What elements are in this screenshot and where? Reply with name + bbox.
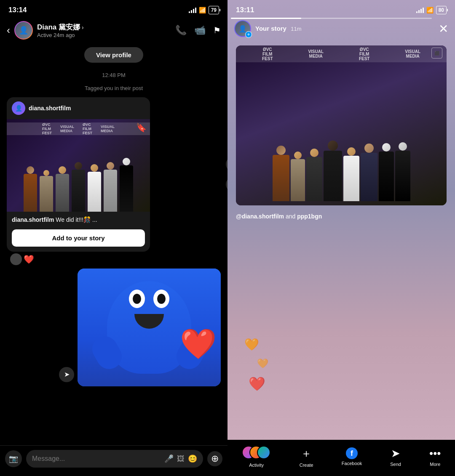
post-image: ØVCFILMFEST VISUALMEDIA ØVCFILMFEST VISU… bbox=[7, 119, 150, 212]
wifi-icon: 📶 bbox=[199, 7, 206, 13]
message-input[interactable] bbox=[32, 455, 161, 463]
story-close-button[interactable]: ✕ bbox=[439, 22, 448, 36]
story-image: ØVCFILMFEST VISUALMEDIA ØVCFILMFEST VISU… bbox=[236, 45, 447, 205]
reactor-avatar bbox=[10, 253, 22, 265]
status-bar-left: 13:14 📶 79 bbox=[0, 0, 228, 18]
story-person-8 bbox=[395, 142, 410, 201]
story-person-7 bbox=[379, 143, 394, 201]
story-mention-2[interactable]: ppp1bgn bbox=[297, 213, 322, 220]
story-caption: @diana.shortfilm and ppp1bgn bbox=[228, 210, 455, 223]
story-person-2 bbox=[291, 152, 305, 201]
activity-avatars bbox=[242, 446, 271, 461]
more-label: More bbox=[430, 462, 440, 467]
monster-eyes bbox=[129, 290, 169, 308]
sticker-icon[interactable]: 😊 bbox=[188, 454, 197, 463]
story-owner: Your story bbox=[255, 25, 286, 32]
activity-avatar-3 bbox=[257, 446, 270, 459]
chat-content: View profile 12:48 PM Tagged you in thei… bbox=[0, 44, 228, 445]
avatar: 👤 bbox=[14, 21, 33, 40]
toolbar-activity[interactable]: Activity bbox=[242, 446, 271, 468]
story-person-4 bbox=[324, 141, 342, 201]
person-5 bbox=[87, 164, 102, 212]
send-icon: ➤ bbox=[391, 447, 400, 460]
photo-banner: ØVCFILMFEST VISUALMEDIA ØVCFILMFEST VISU… bbox=[7, 122, 150, 135]
right-status-icons: 📶 80 bbox=[416, 6, 447, 14]
cookie-monster-body: ❤️ bbox=[107, 281, 191, 374]
right-time: 13:11 bbox=[236, 6, 254, 14]
story-people-area bbox=[236, 62, 447, 205]
header-actions: 📞 📹 ⚑ bbox=[175, 25, 221, 36]
send-label: Send bbox=[390, 462, 401, 467]
logo-4: VISUALMEDIA bbox=[405, 49, 420, 59]
monster-mouth bbox=[134, 314, 164, 329]
flag-icon[interactable]: ⚑ bbox=[213, 25, 221, 35]
floating-hearts: 🧡 🧡 ❤️ bbox=[244, 338, 268, 392]
story-avatar[interactable]: 👤 + bbox=[234, 20, 251, 37]
avatar-inner: 👤 bbox=[15, 22, 32, 39]
add-to-story-button[interactable]: Add to your story bbox=[12, 229, 145, 247]
story-person-5 bbox=[343, 147, 359, 201]
more-icon: ••• bbox=[429, 447, 441, 460]
post-card-container: 👤 diana.shortfilm ØVCFILMFEST VISUALMEDI… bbox=[7, 97, 221, 252]
post-username[interactable]: diana.shortfilm bbox=[29, 105, 71, 112]
story-person-3 bbox=[306, 149, 322, 201]
phone-icon[interactable]: 📞 bbox=[175, 25, 187, 36]
story-photo-banner: ØVCFILMFEST VISUALMEDIA ØVCFILMFEST VISU… bbox=[236, 45, 447, 62]
contact-status: Active 24m ago bbox=[37, 32, 171, 38]
person-6 bbox=[103, 162, 118, 212]
create-label: Create bbox=[300, 463, 313, 468]
mic-icon[interactable]: 🎤 bbox=[164, 454, 174, 463]
bookmark-button[interactable]: 🔖 bbox=[136, 122, 147, 133]
person-1 bbox=[23, 166, 38, 212]
cookie-monster-image: ❤️ bbox=[78, 269, 221, 386]
create-icon: ＋ bbox=[301, 446, 312, 461]
input-bar: 📷 🎤 🖼 😊 ⊕ bbox=[0, 445, 228, 476]
right-signal-icon bbox=[416, 7, 424, 13]
add-button[interactable]: ⊕ bbox=[207, 451, 222, 466]
message-timestamp: 12:48 PM bbox=[7, 72, 221, 78]
person-4 bbox=[71, 162, 86, 212]
right-pupil bbox=[157, 294, 166, 304]
left-eye bbox=[129, 290, 145, 308]
activity-label: Activity bbox=[249, 463, 264, 468]
contact-name[interactable]: Diana 黛安娜 › bbox=[37, 22, 171, 32]
story-time: 11m bbox=[291, 26, 301, 32]
story-progress-bar bbox=[231, 18, 432, 19]
reaction-row: ❤️ bbox=[10, 253, 221, 265]
video-icon[interactable]: 📹 bbox=[194, 25, 206, 36]
signal-bars-icon bbox=[189, 7, 196, 13]
tagged-notice: Tagged you in their post bbox=[7, 85, 221, 91]
toolbar-facebook[interactable]: f Facebook bbox=[342, 447, 362, 466]
story-menu-icon: ⬛ bbox=[431, 48, 442, 59]
battery-left: 79 bbox=[209, 6, 219, 14]
post-card-header: 👤 diana.shortfilm bbox=[7, 97, 150, 119]
photo-people bbox=[7, 136, 150, 212]
group-photo-sim: ØVCFILMFEST VISUALMEDIA ØVCFILMFEST VISU… bbox=[7, 119, 150, 212]
right-eye bbox=[153, 290, 169, 308]
held-heart: ❤️ bbox=[180, 327, 217, 361]
add-icon: ⊕ bbox=[211, 453, 219, 464]
story-person-6 bbox=[361, 144, 377, 201]
back-button[interactable]: ‹ bbox=[7, 24, 10, 36]
person-2 bbox=[39, 170, 54, 212]
toolbar-create[interactable]: ＋ Create bbox=[300, 446, 313, 468]
heart-reaction: ❤️ bbox=[24, 254, 34, 264]
send-overlay-icon: ➤ bbox=[64, 370, 70, 378]
image-icon[interactable]: 🖼 bbox=[177, 455, 185, 463]
right-panel: 13:11 📶 80 👤 + Your story 11m ✕ ØVCFILMF… bbox=[228, 0, 455, 476]
header-info: Diana 黛安娜 › Active 24m ago bbox=[37, 22, 171, 38]
view-profile-button[interactable]: View profile bbox=[84, 47, 143, 63]
facebook-label: Facebook bbox=[342, 461, 362, 466]
image-send-button[interactable]: ➤ bbox=[59, 367, 74, 382]
name-chevron-icon: › bbox=[82, 24, 84, 31]
float-heart-2: 🧡 bbox=[257, 358, 268, 369]
toolbar-send[interactable]: ➤ Send bbox=[390, 447, 401, 467]
toolbar-more[interactable]: ••• More bbox=[429, 447, 441, 467]
chat-header: ‹ 👤 Diana 黛安娜 › Active 24m ago 📞 📹 ⚑ bbox=[0, 18, 228, 44]
story-header: 👤 + Your story 11m ✕ bbox=[228, 18, 455, 41]
camera-icon: 📷 bbox=[9, 454, 18, 463]
story-mention-1[interactable]: @diana.shortfilm bbox=[236, 213, 284, 220]
message-input-wrapper: 🎤 🖼 😊 bbox=[26, 450, 203, 468]
story-person-1 bbox=[273, 146, 289, 201]
camera-button[interactable]: 📷 bbox=[5, 450, 22, 467]
